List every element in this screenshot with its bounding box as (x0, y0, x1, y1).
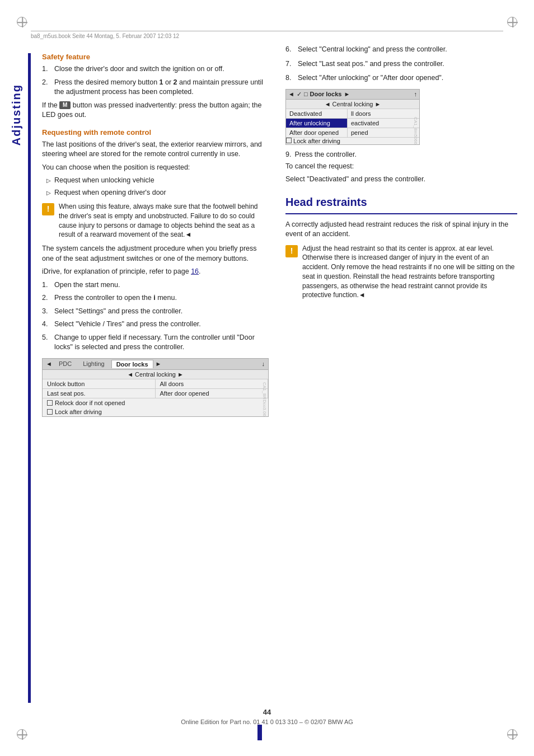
corner-top-left (17, 17, 27, 27)
pened-value: pened (348, 128, 419, 137)
rs-4-text: Select "Vehicle / Tires" and press the c… (54, 320, 201, 330)
cancel-action: Select "Deactivated" and press the contr… (285, 175, 517, 185)
screenshot2-checkbox: Lock after driving (286, 138, 419, 144)
eactivated-value: eactivated (348, 119, 419, 128)
page-num-bar (257, 725, 262, 740)
system-note: The system cancels the adjustment proced… (42, 244, 269, 264)
s2-nav-right: ► (344, 91, 350, 97)
header-file-info: ba8_m5us.book Seite 44 Montag, 5. Februa… (31, 33, 179, 39)
right-step-8: 8. Select "After unlocking" or "After do… (285, 73, 517, 83)
head-restraints-heading: Head restraints (285, 196, 517, 209)
sort-icon: ↓ (262, 360, 265, 367)
bullet-1: Request when unlocking vehicle (42, 176, 269, 186)
last-seat-label: Last seat pos. (43, 389, 156, 398)
screenshot1-watermark: CA1_BRDco3.06 (262, 382, 267, 416)
nav-right-icon: ► (156, 360, 162, 367)
r-6-num: 6. (285, 45, 294, 55)
nav-left-icon: ◄ (46, 360, 52, 367)
footer: 44 Online Edition for Part no. 01 41 0 0… (0, 708, 534, 725)
screenshot1-central-locking: ◄ Central locking ► (43, 370, 268, 379)
step-9-num: 9. (285, 151, 291, 158)
cancel-note: To cancel the request: (285, 162, 517, 172)
header-bar: ba8_m5us.book Seite 44 Montag, 5. Februa… (31, 31, 503, 39)
relock-checkbox (47, 400, 53, 406)
remote-step-5: 5. Change to upper field if necessary. T… (42, 333, 269, 353)
r-7-text: Select "Last seat pos." and press the co… (298, 59, 444, 69)
corner-bottom-left (17, 729, 27, 739)
warning-box-1: ! When using this feature, always make s… (42, 202, 269, 240)
lighting-tab: Lighting (78, 360, 109, 368)
lock-after-driving-label: Lock after driving (55, 408, 102, 415)
pdc-tab: PDC (54, 360, 76, 368)
screenshot1-menubar: ◄ PDC Lighting Door locks ► ↓ (43, 359, 268, 370)
r-8-text: Select "After unlocking" or "After door … (298, 73, 443, 83)
screenshot2-menubar: ◄ ✓ □ Door locks ► ↑ (286, 90, 419, 100)
head-restraints-intro: A correctly adjusted head restraint redu… (285, 220, 517, 240)
step-2-num: 2. (42, 78, 51, 97)
r-6-text: Select "Central locking" and press the c… (298, 45, 447, 55)
door-locks-tab: Door locks (111, 360, 153, 368)
warning-text-1: When using this feature, always make sur… (59, 202, 269, 240)
screenshot-2: ◄ ✓ □ Door locks ► ↑ ◄ Central locking ►… (285, 89, 420, 145)
unlock-button-label: Unlock button (43, 379, 156, 388)
warning-icon-2: ! (285, 245, 298, 257)
s2-door-locks: Door locks (310, 91, 342, 97)
remote-steps: 1. Open the start menu. 2. Press the con… (42, 280, 269, 353)
r-7-num: 7. (285, 59, 294, 69)
after-door-opened-label: After door opened (286, 128, 348, 137)
deactivated-label: Deactivated (286, 109, 348, 118)
step-2-text: Press the desired memory button 1 or 2 a… (54, 78, 269, 97)
screenshot2-row-after-door: After door opened pened (286, 128, 419, 138)
requesting-remote-heading: Requesting with remote control (42, 128, 269, 137)
page-16-link[interactable]: 16 (191, 267, 199, 275)
screenshot2-row-deactivated: Deactivated ll doors (286, 109, 419, 119)
warning-box-2: ! Adjust the head restraint so that its … (285, 244, 517, 300)
choose-text: You can choose when the position is requ… (42, 163, 269, 173)
all-doors-value: All doors (156, 379, 269, 388)
after-unlocking-label: After unlocking (286, 119, 348, 128)
crosshair-br (508, 730, 518, 740)
right-steps: 6. Select "Central locking" and press th… (285, 45, 517, 83)
step-1-num: 1. (42, 64, 51, 74)
remote-step-1: 1. Open the start menu. (42, 280, 269, 290)
corner-top-right (507, 17, 517, 27)
right-step-6: 6. Select "Central locking" and press th… (285, 45, 517, 55)
s2-lock-driving-label: Lock after driving (293, 138, 340, 144)
rs-5-text: Change to upper field if necessary. Turn… (54, 333, 269, 353)
sidebar-label: Adjusting (10, 84, 23, 145)
page-number: 44 (0, 708, 534, 716)
rs-2-num: 2. (42, 293, 51, 303)
screenshot2-central-locking: ◄ Central locking ► (286, 100, 419, 109)
s2-lock-driving-checkbox (286, 138, 292, 143)
remote-step-4: 4. Select "Vehicle / Tires" and press th… (42, 320, 269, 330)
main-content: Safety feature 1. Close the driver's doo… (34, 45, 517, 711)
bullet-list: Request when unlocking vehicle Request w… (42, 176, 269, 198)
idrive-ref: iDrive, for explanation of principle, re… (42, 267, 269, 277)
safety-feature-steps: 1. Close the driver's door and switch th… (42, 64, 269, 97)
screenshot1-checkbox-2: Lock after driving (43, 407, 268, 416)
section-divider (285, 213, 517, 214)
rs-3-text: Select "Settings" and press the controll… (54, 307, 182, 317)
warning-text-2: Adjust the head restraint so that its ce… (302, 244, 517, 300)
r-8-num: 8. (285, 73, 294, 83)
m-button-note: If the M button was pressed inadvertentl… (42, 101, 269, 120)
step-9-container: 9. Press the controller. (285, 151, 517, 158)
crosshair-bl (17, 730, 27, 740)
lock-after-driving-checkbox (47, 409, 53, 415)
screenshot2-row-after-unlocking: After unlocking eactivated (286, 119, 419, 128)
s2-sort-icon: ↑ (414, 91, 418, 97)
safety-feature-heading: Safety feature (42, 53, 269, 61)
step-9-text: Press the controller. (294, 151, 356, 158)
step-2: 2. Press the desired memory button 1 or … (42, 78, 269, 97)
rs-4-num: 4. (42, 320, 51, 330)
right-column: 6. Select "Central locking" and press th… (280, 45, 517, 711)
s2-checkmark: ✓ (297, 91, 302, 98)
screenshot2-watermark: CA1_8m5066 (413, 117, 418, 144)
remote-step-2: 2. Press the controller to open the i me… (42, 293, 269, 303)
step-9: 9. Press the controller. (285, 151, 517, 158)
screenshot1-row-1: Unlock button All doors (43, 379, 268, 389)
requesting-intro: The last positions of the driver's seat,… (42, 140, 269, 159)
rs-2-text: Press the controller to open the i menu. (54, 293, 177, 303)
ll-doors-value: ll doors (348, 109, 419, 118)
rs-1-text: Open the start menu. (54, 280, 120, 290)
